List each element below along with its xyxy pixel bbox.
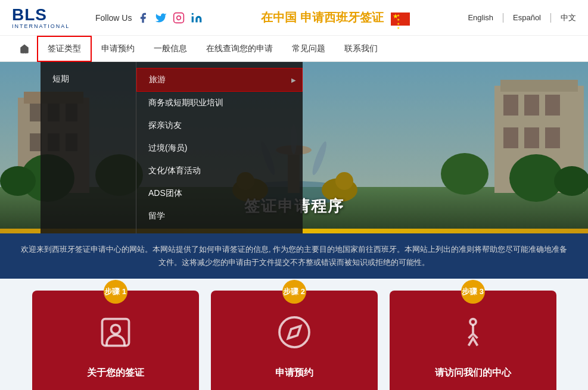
svg-point-39 (111, 325, 120, 334)
step-badge-2: 步骤 2 (282, 280, 306, 304)
step-label-3: 请访问我们的中心 (402, 367, 545, 379)
step-label-2: 申请预约 (223, 367, 366, 379)
lang-chinese[interactable]: 中文 (561, 13, 576, 23)
logo-sub: INTERNATIONAL (12, 23, 70, 29)
dropdown-item-business[interactable]: 商务或短期职业培训 (136, 92, 303, 114)
chevron-right-icon: ▶ (291, 77, 296, 83)
dropdown-right-panel: 旅游 ▶ 商务或短期职业培训 探亲访友 过境(海员) 文化/体育活动 ADS团体… (136, 62, 303, 233)
steps-section: 步骤 1 关于您的签证 步骤 2 申请预约 步骤 3 (0, 279, 588, 390)
dropdown-item-ads[interactable]: ADS团体 (136, 182, 303, 205)
dropdown-item-visit-family[interactable]: 探亲访友 (136, 114, 303, 137)
step-icon-2 (223, 314, 366, 357)
banner-text: 在中国 申请西班牙签证 (261, 11, 384, 24)
nav-item-general-info[interactable]: 一般信息 (144, 36, 197, 62)
step-icon-1 (44, 314, 187, 357)
lang-divider-2 (550, 13, 551, 23)
svg-point-42 (470, 319, 476, 325)
linkedin-icon[interactable] (190, 11, 203, 24)
dropdown-item-transit[interactable]: 过境(海员) (136, 137, 303, 160)
svg-rect-0 (174, 13, 184, 23)
twitter-icon[interactable] (154, 11, 167, 24)
lang-english[interactable]: English (468, 13, 493, 22)
language-selector: English Español 中文 (468, 13, 576, 23)
logo-main: BLS (12, 5, 47, 24)
dropdown-item-cultural[interactable]: 文化/体育活动 (136, 160, 303, 182)
step-card-3: 步骤 3 请访问我们的中心 (390, 291, 556, 390)
step-label-1: 关于您的签证 (44, 367, 187, 379)
logo: BLS INTERNATIONAL (12, 7, 83, 29)
nav-item-visa-type[interactable]: 签证类型 (37, 36, 92, 62)
dropdown-menu: 短期 旅游 ▶ 商务或短期职业培训 探亲访友 过境(海员) 文化/体育活动 AD… (41, 62, 303, 233)
step-badge-3: 步骤 3 (461, 280, 485, 304)
svg-point-40 (279, 317, 309, 347)
step-card-2: 步骤 2 申请预约 (211, 291, 378, 390)
dropdown-left-panel: 短期 (41, 62, 136, 233)
svg-point-2 (192, 13, 194, 14)
nav-home-button[interactable] (12, 36, 37, 62)
nav-item-faq[interactable]: 常见问题 (282, 36, 335, 62)
nav-item-contact[interactable]: 联系我们 (335, 36, 387, 62)
header: BLS INTERNATIONAL Follow Us 在中国 申请西班牙签证 … (0, 0, 588, 36)
nav-item-track-application[interactable]: 在线查询您的申请 (197, 36, 282, 62)
step-badge-1: 步骤 1 (104, 280, 127, 304)
lang-espanol[interactable]: Español (513, 13, 541, 22)
step-icon-3 (402, 314, 545, 357)
follow-us-area: Follow Us (95, 11, 203, 24)
info-text: 欢迎来到西班牙签证申请中心的网站。本网站提供了如何申请签证的信息, 作为您的主要… (21, 245, 567, 267)
follow-us-label: Follow Us (95, 13, 132, 23)
navigation-bar: 签证类型 申请预约 一般信息 在线查询您的申请 常见问题 联系我们 短期 旅游 … (0, 36, 588, 62)
lang-divider-1 (503, 13, 503, 23)
center-banner: 在中国 申请西班牙签证 ★ ★★★★ (203, 10, 468, 26)
instagram-icon[interactable] (172, 11, 185, 24)
facebook-icon[interactable] (136, 11, 150, 24)
dropdown-item-tourism[interactable]: 旅游 ▶ (136, 68, 303, 92)
nav-item-appointment[interactable]: 申请预约 (92, 36, 144, 62)
svg-marker-41 (288, 326, 300, 339)
dropdown-item-study[interactable]: 留学 (136, 205, 303, 227)
step-card-1: 步骤 1 关于您的签证 (32, 291, 199, 390)
dropdown-left-item-short-term[interactable]: 短期 (41, 68, 136, 91)
info-section: 欢迎来到西班牙签证申请中心的网站。本网站提供了如何申请签证的信息, 作为您的主要… (0, 233, 588, 279)
